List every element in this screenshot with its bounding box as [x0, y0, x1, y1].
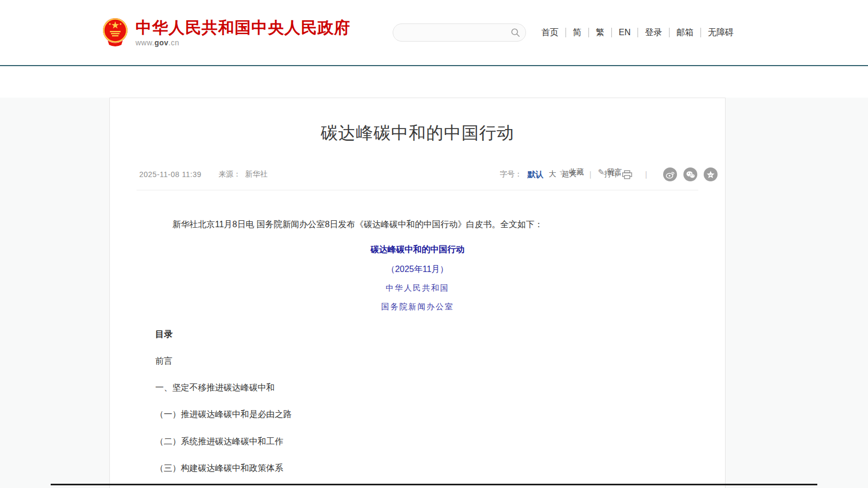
- site-title: 中华人民共和国中央人民政府: [136, 19, 351, 36]
- document-org-line1: 中华人民共和国: [155, 283, 680, 294]
- nav-mail[interactable]: 邮箱: [669, 28, 700, 37]
- toc-heading: 目录: [155, 328, 680, 341]
- wechat-share-icon[interactable]: [683, 167, 697, 181]
- site-url-gov: gov: [154, 38, 168, 47]
- site-brand[interactable]: 中华人民共和国中央人民政府 www.gov.cn: [101, 17, 351, 48]
- toc-item: （一）推进碳达峰碳中和是必由之路: [155, 408, 680, 420]
- site-url: www.gov.cn: [136, 38, 351, 47]
- nav-simplified[interactable]: 简: [566, 28, 588, 37]
- article-card: 碳达峰碳中和的中国行动 2025-11-08 11:39 来源： 新华社 字号：…: [109, 98, 726, 488]
- source-value[interactable]: 新华社: [245, 170, 267, 179]
- weibo-share-icon[interactable]: [663, 167, 677, 181]
- star-share-icon[interactable]: [704, 167, 718, 181]
- document-date: （2025年11月）: [155, 263, 680, 275]
- source-label: 来源：: [218, 170, 241, 179]
- top-nav: 首页 简 繁 EN 登录 邮箱 无障碍: [535, 28, 734, 37]
- favorite-label: 收藏: [569, 167, 584, 177]
- bottom-edge-line: [51, 484, 817, 485]
- document-title: 碳达峰碳中和的中国行动: [155, 243, 680, 255]
- printer-icon: [622, 170, 632, 179]
- toc-item: （二）系统推进碳达峰碳中和工作: [155, 435, 680, 447]
- article-meta-row: 2025-11-08 11:39 来源： 新华社 字号： 默认 大 超大 | 打…: [110, 167, 725, 181]
- content-area: ☆收藏 ✎留言 碳达峰碳中和的中国行动 2025-11-08 11:39 来源：…: [0, 98, 868, 488]
- fontsize-default-button[interactable]: 默认: [528, 170, 544, 180]
- fontsize-label: 字号：: [500, 170, 522, 179]
- lead-paragraph: 新华社北京11月8日电 国务院新闻办公室8日发布《碳达峰碳中和的中国行动》白皮书…: [155, 218, 680, 230]
- share-icons: [663, 167, 718, 181]
- search-input[interactable]: [402, 28, 511, 37]
- nav-login[interactable]: 登录: [638, 28, 669, 37]
- search-box: [393, 23, 526, 42]
- toc-item: 前言: [155, 355, 680, 367]
- article-title: 碳达峰碳中和的中国行动: [110, 122, 725, 145]
- nav-traditional[interactable]: 繁: [588, 28, 611, 37]
- message-link[interactable]: ✎留言: [598, 167, 622, 177]
- page-tools: ☆收藏 ✎留言: [559, 167, 622, 177]
- national-emblem-logo: [101, 17, 129, 48]
- toc-item: （三）构建碳达峰碳中和政策体系: [155, 462, 680, 474]
- nav-home[interactable]: 首页: [535, 28, 566, 37]
- pen-icon: ✎: [598, 167, 604, 177]
- header-divider-line: [0, 65, 868, 66]
- site-url-www: www.: [136, 38, 154, 47]
- search-icon[interactable]: [511, 28, 520, 37]
- nav-accessibility[interactable]: 无障碍: [700, 28, 734, 37]
- site-header: 中华人民共和国中央人民政府 www.gov.cn 首页 简 繁 EN 登录 邮箱…: [0, 0, 868, 65]
- toc-item: 一、坚定不移推进碳达峰碳中和: [155, 381, 680, 394]
- site-url-cn: .cn: [169, 38, 179, 47]
- favorite-link[interactable]: ☆收藏: [559, 167, 584, 177]
- document-org-line2: 国务院新闻办公室: [155, 301, 680, 313]
- fontsize-large-button[interactable]: 大: [549, 170, 556, 179]
- publish-date: 2025-11-08 11:39: [139, 170, 201, 179]
- nav-english[interactable]: EN: [611, 28, 638, 37]
- article-body: 新华社北京11月8日电 国务院新闻办公室8日发布《碳达峰碳中和的中国行动》白皮书…: [110, 190, 725, 488]
- star-outline-icon: ☆: [559, 167, 566, 177]
- message-label: 留言: [607, 167, 622, 177]
- meta-separator: |: [645, 170, 647, 179]
